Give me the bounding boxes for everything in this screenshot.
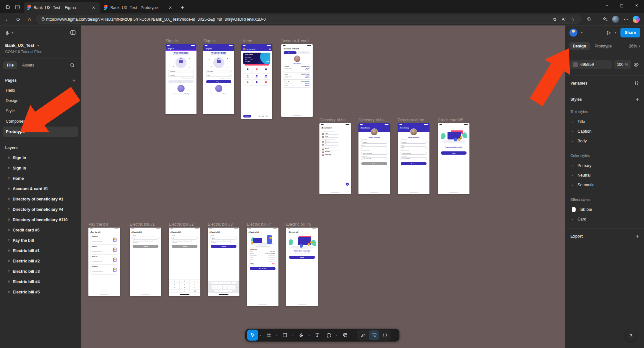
page-item-style[interactable]: Style bbox=[3, 106, 78, 116]
layer-item[interactable]: #Electric bill #1 bbox=[3, 246, 78, 256]
canvas-frame-home[interactable]: HomeHi, John Smith▣John SmithSaver Accou… bbox=[241, 44, 272, 119]
layer-item[interactable]: #Account & card #1 bbox=[3, 184, 78, 194]
measure-tool[interactable] bbox=[369, 330, 379, 340]
chevron-down-icon[interactable]: ▾ bbox=[615, 31, 616, 34]
add-style-icon[interactable]: + bbox=[636, 97, 639, 102]
text-style-caption[interactable]: ›Caption bbox=[565, 127, 644, 136]
project-name[interactable]: Bank_UX_Test bbox=[5, 43, 34, 48]
frame-label[interactable]: Pay the bill bbox=[88, 222, 108, 227]
layer-item[interactable]: #Home bbox=[3, 173, 78, 184]
chevron-down-icon[interactable]: ▾ bbox=[581, 31, 583, 34]
read-aloud-icon[interactable]: A⁾ bbox=[559, 17, 568, 22]
frame-label[interactable]: Directory of be... bbox=[358, 118, 388, 122]
service-tile[interactable] bbox=[244, 67, 252, 73]
add-page-icon[interactable]: + bbox=[73, 77, 75, 83]
service-tile[interactable] bbox=[244, 74, 252, 79]
chevron-down-icon[interactable]: ▾ bbox=[259, 334, 263, 337]
settings-menu-icon[interactable]: ⋯ bbox=[620, 15, 631, 24]
effect-style-tab-bar[interactable]: Tab bar bbox=[565, 205, 644, 214]
minimize-button[interactable]: – bbox=[599, 0, 614, 11]
contact-row[interactable]: Alexander bbox=[322, 140, 348, 143]
nav-home-pill[interactable]: ⌂ Home bbox=[243, 115, 251, 118]
service-tile[interactable] bbox=[253, 74, 261, 79]
canvas-frame-credit5[interactable]: Credit card #5Transaction SuccessfulHome bbox=[438, 123, 469, 194]
color-style-semantic[interactable]: ›Semantic bbox=[565, 180, 644, 190]
dev-mode-tool[interactable] bbox=[380, 330, 390, 340]
layer-item[interactable]: #Sign in bbox=[3, 153, 78, 163]
qwerty-keyboard[interactable] bbox=[208, 281, 239, 293]
tab-search-icon[interactable] bbox=[14, 4, 21, 10]
canvas-frame-bill4[interactable]: Electric bill #4‹ Electric billAll the b… bbox=[247, 228, 278, 306]
service-tile[interactable] bbox=[253, 67, 261, 73]
tab-assets[interactable]: Assets bbox=[19, 61, 38, 69]
browser-tab-prototype[interactable]: Bank_UX_Test - Prototype ✕ bbox=[101, 2, 177, 13]
frame-label[interactable]: Sign in bbox=[166, 39, 178, 43]
page-item-components[interactable]: Components bbox=[3, 116, 78, 127]
service-tile[interactable] bbox=[262, 67, 270, 73]
account-tab[interactable]: Account bbox=[284, 51, 297, 54]
layer-item[interactable]: #Directory of beneficiary #4 bbox=[3, 204, 78, 215]
contact-row[interactable]: Thomas bbox=[322, 148, 348, 150]
contact-row[interactable]: Harper bbox=[322, 143, 348, 146]
page-item-design[interactable]: Design bbox=[3, 96, 78, 106]
home-icon[interactable]: ⌂ bbox=[24, 15, 35, 24]
service-tile[interactable] bbox=[262, 74, 270, 79]
frame-label[interactable]: Home bbox=[241, 39, 252, 43]
chevron-down-icon[interactable]: ▾ bbox=[275, 334, 279, 337]
layer-item[interactable]: #Sign in bbox=[3, 163, 78, 173]
chevron-down-icon[interactable]: ▾ bbox=[37, 44, 39, 47]
canvas-frame-dir110[interactable]: Directory of be...‹ BeneficiaryHarper So… bbox=[398, 123, 429, 194]
frame-label[interactable]: Electric bill #5 bbox=[286, 222, 311, 227]
bill-item[interactable]: Mobile billPay mobile bill this month bbox=[91, 255, 118, 264]
service-tile[interactable] bbox=[253, 80, 261, 86]
layer-item[interactable]: #Electric bill #5 bbox=[3, 287, 78, 297]
layer-item[interactable]: #Directory of beneficiary #1 bbox=[3, 194, 78, 204]
contact-row[interactable]: Olivia bbox=[322, 136, 348, 138]
refresh-icon[interactable]: ⟳ bbox=[13, 15, 24, 24]
frame-label[interactable]: Electric bill #4 bbox=[247, 222, 272, 227]
new-tab-button[interactable]: + bbox=[177, 5, 188, 13]
frame-tool[interactable] bbox=[263, 330, 274, 341]
card-tab[interactable]: Card bbox=[297, 51, 310, 54]
frame-label[interactable]: Directory of be... bbox=[319, 118, 349, 122]
color-style-primary[interactable]: ›Primary bbox=[565, 161, 644, 170]
tab-prototype[interactable]: Prototype bbox=[591, 42, 616, 50]
bill-item[interactable]: Electric billPay electric bill this mont… bbox=[91, 235, 118, 244]
toggle-sidebar-icon[interactable] bbox=[70, 30, 75, 35]
canvas-frame-bill1[interactable]: Electric bill #1‹ Electric BillAmount$Pl… bbox=[130, 228, 161, 296]
pen-tool[interactable] bbox=[296, 330, 307, 341]
layer-item[interactable]: #Directory of beneficiary #110 bbox=[3, 215, 78, 225]
tab-close-icon[interactable]: ✕ bbox=[90, 5, 97, 11]
present-play-icon[interactable]: ▷ bbox=[607, 30, 611, 36]
actions-tool[interactable] bbox=[339, 330, 350, 341]
figma-user-avatar[interactable] bbox=[569, 28, 578, 37]
help-button[interactable]: ? bbox=[625, 330, 636, 341]
amount-input[interactable]: $ bbox=[171, 237, 198, 240]
canvas-frame-paybill[interactable]: Pay the bill‹ Pay the billElectric billP… bbox=[88, 228, 120, 296]
bill-item[interactable]: Water billPay water bill this month bbox=[91, 245, 118, 254]
zoom-level[interactable]: 26% ▾ bbox=[629, 44, 640, 48]
draw-tool[interactable] bbox=[358, 330, 368, 340]
close-button[interactable]: ✕ bbox=[629, 0, 644, 11]
bill-item[interactable]: Internet billPay internet bill this mont… bbox=[91, 265, 118, 274]
workspaces-icon[interactable] bbox=[5, 4, 11, 10]
chevron-down-icon[interactable]: ▾ bbox=[335, 334, 339, 337]
service-tile[interactable] bbox=[244, 80, 252, 86]
chevron-down-icon[interactable]: ▾ bbox=[307, 334, 311, 337]
browser-profile-avatar[interactable] bbox=[612, 16, 619, 23]
maximize-button[interactable]: ▢ bbox=[614, 0, 629, 11]
figma-logo-icon[interactable] bbox=[5, 30, 10, 35]
back-icon[interactable]: ← bbox=[2, 15, 13, 24]
layer-item[interactable]: #Pay the bill bbox=[3, 235, 78, 246]
figma-canvas[interactable]: Sign in‹ Sign inWelcome BackHello there,… bbox=[0, 26, 644, 348]
chevron-down-icon[interactable]: ▾ bbox=[12, 31, 13, 34]
comment-tool[interactable] bbox=[323, 330, 334, 341]
variables-sliders-icon[interactable] bbox=[634, 81, 639, 86]
numeric-keypad[interactable]: 123456789.0⌫ bbox=[169, 279, 200, 293]
shape-tool[interactable] bbox=[279, 330, 290, 341]
add-beneficiary-fab[interactable]: + bbox=[346, 183, 349, 186]
frame-label[interactable]: Electric bill #1 bbox=[130, 222, 155, 227]
amount-input[interactable]: $ bbox=[132, 237, 159, 240]
add-export-icon[interactable]: + bbox=[636, 233, 639, 239]
contact-row[interactable]: Push bbox=[322, 133, 348, 135]
